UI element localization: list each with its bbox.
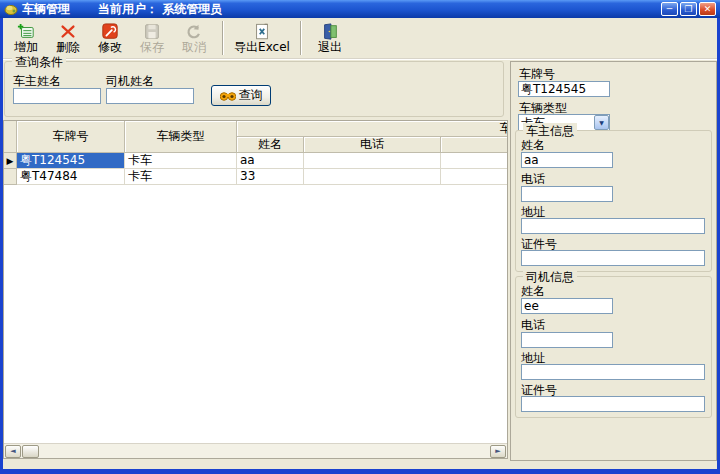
titlebar: 车辆管理 当前用户： 系统管理员 ─ ❐ ✕ <box>0 0 720 18</box>
col-header-owner-group[interactable]: 车主信息 <box>237 121 507 137</box>
owner-name-input[interactable] <box>521 152 613 168</box>
cell-plate[interactable]: 粤T124545 <box>17 153 125 169</box>
cell-type[interactable]: 卡车 <box>125 169 237 185</box>
scroll-right-icon: ► <box>495 448 500 455</box>
search-label: 查询 <box>239 87 263 104</box>
owner-phone-input[interactable] <box>521 186 613 202</box>
maximize-button[interactable]: ❐ <box>680 2 697 16</box>
app-icon <box>4 2 18 16</box>
export-excel-label: 导出Excel <box>234 41 290 54</box>
detail-plate-input[interactable] <box>518 81 610 97</box>
query-groupbox: 查询条件 车主姓名 司机姓名 查询 <box>4 61 504 117</box>
delete-button[interactable]: 删除 <box>49 19 87 57</box>
save-button[interactable]: 保存 <box>133 19 171 57</box>
col-header-blank <box>441 137 507 153</box>
minimize-icon: ─ <box>667 5 672 14</box>
owner-address-input[interactable] <box>521 218 705 234</box>
toolbar-separator <box>300 21 302 55</box>
scroll-left-button[interactable]: ◄ <box>5 445 21 458</box>
col-header-phone[interactable]: 电话 <box>304 137 441 153</box>
query-legend: 查询条件 <box>12 54 66 71</box>
exit-label: 退出 <box>318 41 342 54</box>
owner-info-groupbox: 车主信息 姓名 电话 地址 证件号 <box>515 130 712 272</box>
save-label: 保存 <box>140 41 164 54</box>
binoculars-icon <box>220 90 236 101</box>
search-button[interactable]: 查询 <box>211 85 271 106</box>
row-indicator[interactable] <box>4 169 17 185</box>
edit-label: 修改 <box>98 41 122 54</box>
vehicle-grid: 车牌号 车辆类型 车主信息 姓名 电话 ▶ 粤T124545 卡车 aa 粤T4… <box>3 120 508 459</box>
row-indicator[interactable]: ▶ <box>4 153 17 169</box>
cell-owner-phone[interactable] <box>304 153 441 169</box>
row-pointer-icon: ▶ <box>7 156 14 166</box>
scroll-left-icon: ◄ <box>10 448 15 455</box>
window-title: 车辆管理 <box>22 1 70 18</box>
edit-button[interactable]: 修改 <box>91 19 129 57</box>
combobox-dropdown-button[interactable]: ▼ <box>594 115 609 130</box>
cell-owner-phone[interactable] <box>304 169 441 185</box>
col-header-type[interactable]: 车辆类型 <box>125 121 237 153</box>
cell-owner-name[interactable]: aa <box>237 153 304 169</box>
scroll-right-button[interactable]: ► <box>490 445 506 458</box>
grid-viewport: 车牌号 车辆类型 车主信息 姓名 电话 ▶ 粤T124545 卡车 aa 粤T4… <box>4 121 507 443</box>
app-window: 车辆管理 当前用户： 系统管理员 ─ ❐ ✕ 增加 删除 <box>0 0 720 474</box>
driver-info-groupbox: 司机信息 姓名 电话 地址 证件号 <box>515 276 712 418</box>
driver-phone-input[interactable] <box>521 332 613 348</box>
save-icon <box>142 23 162 41</box>
maximize-icon: ❐ <box>684 5 692 14</box>
driver-address-input[interactable] <box>521 364 705 380</box>
col-header-plate[interactable]: 车牌号 <box>17 121 125 153</box>
edit-icon <box>100 23 120 41</box>
delete-label: 删除 <box>56 41 80 54</box>
exit-button[interactable]: 退出 <box>311 19 349 57</box>
exit-icon <box>320 23 340 41</box>
close-icon: ✕ <box>704 5 712 14</box>
cell-blank[interactable] <box>441 153 507 169</box>
cancel-button[interactable]: 取消 <box>175 19 213 57</box>
driver-name-input[interactable] <box>521 298 613 314</box>
minimize-button[interactable]: ─ <box>661 2 678 16</box>
add-button[interactable]: 增加 <box>7 19 45 57</box>
add-label: 增加 <box>14 41 38 54</box>
cancel-icon <box>184 23 204 41</box>
export-excel-button[interactable]: 导出Excel <box>233 19 291 57</box>
toolbar-separator <box>222 21 224 55</box>
detail-panel: 车牌号 车辆类型 卡车 ▼ 车主信息 姓名 电话 地址 证件号 司机信息 姓名 … <box>510 61 717 461</box>
driver-name-input[interactable] <box>106 88 194 104</box>
cell-owner-name[interactable]: 33 <box>237 169 304 185</box>
delete-icon <box>58 23 78 41</box>
current-user-label: 当前用户： 系统管理员 <box>98 1 222 18</box>
driver-id-input[interactable] <box>521 396 705 412</box>
cancel-label: 取消 <box>182 41 206 54</box>
cell-blank[interactable] <box>441 169 507 185</box>
owner-id-input[interactable] <box>521 250 705 266</box>
scrollbar-thumb[interactable] <box>22 445 39 458</box>
close-button[interactable]: ✕ <box>699 2 716 16</box>
cell-type[interactable]: 卡车 <box>125 153 237 169</box>
excel-icon <box>252 23 272 41</box>
toolbar: 增加 删除 修改 保存 <box>3 18 717 59</box>
owner-name-input[interactable] <box>13 88 101 104</box>
add-icon <box>16 23 36 41</box>
horizontal-scrollbar[interactable]: ◄ ► <box>4 443 507 458</box>
col-header-name[interactable]: 姓名 <box>237 137 304 153</box>
grid-corner <box>4 121 17 153</box>
chevron-down-icon: ▼ <box>599 119 604 126</box>
cell-plate[interactable]: 粤T47484 <box>17 169 125 185</box>
